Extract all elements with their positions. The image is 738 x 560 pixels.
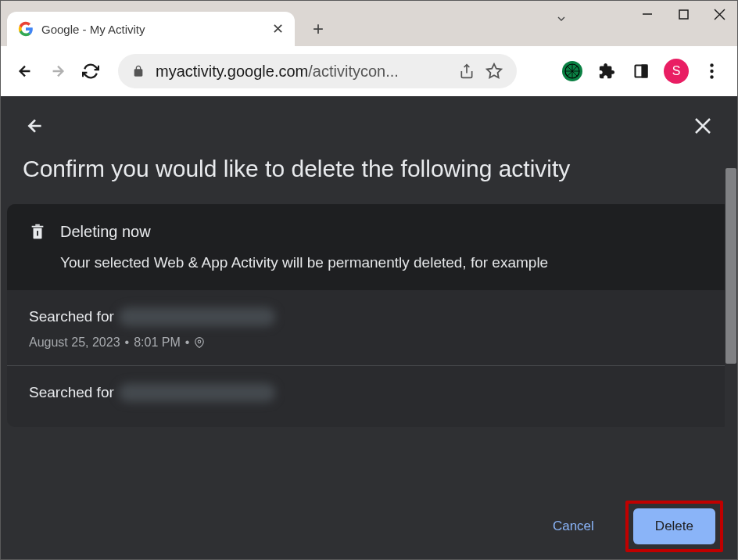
forward-button[interactable] <box>43 56 73 86</box>
activity-card: Deleting now Your selected Web & App Act… <box>7 204 731 427</box>
redacted-content <box>119 383 275 402</box>
maximize-button[interactable] <box>665 1 701 27</box>
bookmark-star-icon[interactable] <box>485 63 503 80</box>
activity-prefix: Searched for <box>29 384 114 401</box>
trash-icon <box>29 221 46 242</box>
card-header: Deleting now Your selected Web & App Act… <box>7 204 731 290</box>
delete-button[interactable]: Delete <box>633 508 715 544</box>
new-tab-button[interactable]: + <box>304 15 332 43</box>
browser-menu-icon[interactable] <box>700 59 723 83</box>
svg-rect-1 <box>679 10 688 19</box>
svg-rect-15 <box>37 231 38 235</box>
redacted-content <box>119 307 275 326</box>
browser-toolbar: myactivity.google.com/activitycon... S <box>1 46 737 96</box>
extensions-puzzle-icon[interactable] <box>595 59 618 83</box>
location-pin-icon <box>194 336 205 349</box>
side-panel-icon[interactable] <box>629 59 653 83</box>
reload-button[interactable] <box>76 56 106 86</box>
dialog-footer: Cancel Delete <box>1 492 737 560</box>
svg-point-10 <box>710 63 713 66</box>
share-icon[interactable] <box>459 63 475 79</box>
tab-title: Google - My Activity <box>41 23 264 36</box>
browser-tab-strip: Google - My Activity ✕ + <box>1 1 737 46</box>
activity-item: Searched for August 25, 2023 • 8:01 PM • <box>7 290 731 366</box>
cancel-button[interactable]: Cancel <box>531 508 616 544</box>
page-content: Confirm you would like to delete the fol… <box>1 96 737 560</box>
dialog-header <box>1 96 737 156</box>
dialog-back-button[interactable] <box>20 110 51 142</box>
lock-icon <box>132 64 145 78</box>
card-description: Your selected Web & App Activity will be… <box>29 254 709 271</box>
url-text: myactivity.google.com/activitycon... <box>156 63 448 81</box>
extension-icon[interactable] <box>561 59 584 83</box>
highlight-annotation: Delete <box>625 501 723 552</box>
page-scrollbar[interactable] <box>725 156 737 492</box>
activity-prefix: Searched for <box>29 308 114 325</box>
back-button[interactable] <box>10 56 40 86</box>
profile-avatar[interactable]: S <box>664 59 689 84</box>
dialog-close-button[interactable] <box>687 110 718 142</box>
svg-marker-4 <box>487 64 501 77</box>
google-favicon-icon <box>18 21 34 37</box>
activity-item: Searched for <box>7 366 731 427</box>
svg-point-12 <box>710 75 713 78</box>
card-heading: Deleting now <box>60 223 151 241</box>
minimize-button[interactable] <box>629 1 665 27</box>
activity-meta: August 25, 2023 • 8:01 PM • <box>29 336 709 350</box>
close-window-button[interactable] <box>701 1 737 27</box>
tab-search-caret[interactable] <box>543 5 579 32</box>
svg-point-16 <box>199 340 202 343</box>
tab-close-icon[interactable]: ✕ <box>272 20 284 38</box>
address-bar[interactable]: myactivity.google.com/activitycon... <box>118 54 517 88</box>
scrollbar-thumb[interactable] <box>725 168 736 364</box>
window-controls <box>629 1 737 27</box>
page-title: Confirm you would like to delete the fol… <box>1 156 737 204</box>
browser-tab[interactable]: Google - My Activity ✕ <box>7 12 295 46</box>
svg-point-11 <box>710 70 713 73</box>
svg-rect-9 <box>643 66 647 77</box>
